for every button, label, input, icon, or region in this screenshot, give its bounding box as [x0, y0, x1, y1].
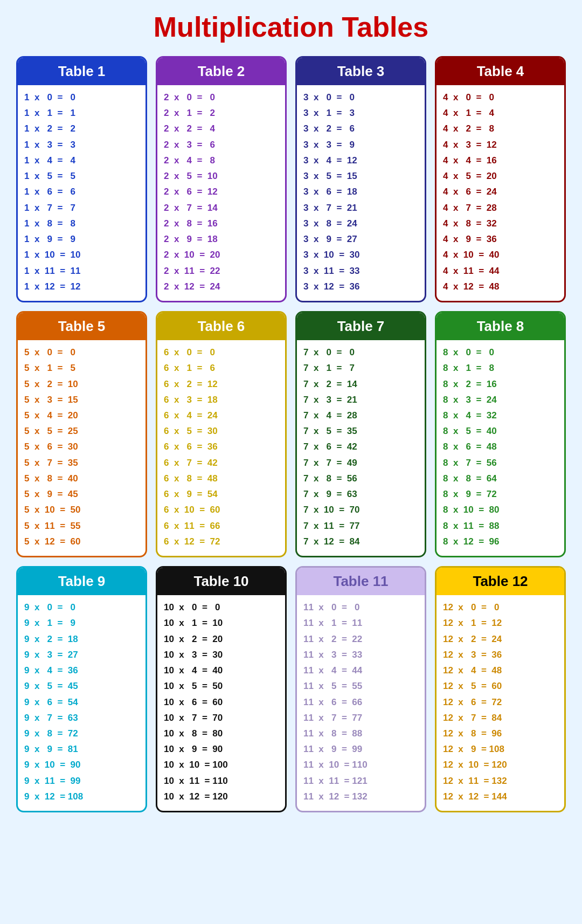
table-row: 6 x 8 = 48	[164, 471, 279, 486]
table-row: 9 x 0 = 0	[24, 599, 139, 615]
table-card-4: Table 44 x 0 = 04 x 1 = 44 x 2 = 84 x 3 …	[435, 56, 566, 302]
table-row: 12 x 3 = 36	[443, 647, 558, 663]
table-row: 2 x 6 = 12	[164, 184, 279, 199]
table-row: 9 x 7 = 63	[24, 710, 139, 726]
table-row: 7 x 10 = 70	[303, 502, 418, 518]
table-row: 3 x 1 = 3	[303, 105, 418, 121]
table-row: 8 x 1 = 8	[443, 360, 558, 376]
table-row: 2 x 7 = 14	[164, 200, 279, 216]
table-row: 12 x 7 = 84	[443, 710, 558, 726]
table-card-1: Table 11 x 0 = 01 x 1 = 11 x 2 = 21 x 3 …	[16, 56, 147, 302]
table-row: 9 x 10 = 90	[24, 757, 139, 773]
table-row: 9 x 1 = 9	[24, 615, 139, 631]
table-row: 1 x 2 = 2	[24, 121, 139, 136]
table-row: 5 x 10 = 50	[24, 502, 139, 518]
table-row: 7 x 7 = 49	[303, 455, 418, 471]
table-row: 1 x 9 = 9	[24, 231, 139, 247]
table-row: 12 x 4 = 48	[443, 663, 558, 678]
table-row: 4 x 0 = 0	[443, 89, 558, 105]
table-row: 1 x 8 = 8	[24, 216, 139, 231]
table-row: 10 x 3 = 30	[164, 647, 279, 663]
table-header-2: Table 2	[157, 58, 285, 85]
table-row: 8 x 9 = 72	[443, 486, 558, 502]
table-card-8: Table 88 x 0 = 08 x 1 = 88 x 2 = 168 x 3…	[435, 311, 566, 557]
table-row: 5 x 6 = 30	[24, 439, 139, 454]
table-header-9: Table 9	[18, 568, 146, 595]
table-row: 10 x 8 = 80	[164, 726, 279, 741]
table-row: 10 x 12 = 120	[164, 789, 279, 804]
table-row: 9 x 12 = 108	[24, 789, 139, 804]
table-row: 10 x 7 = 70	[164, 710, 279, 726]
table-row: 11 x 11 = 121	[303, 773, 418, 789]
table-row: 5 x 9 = 45	[24, 486, 139, 502]
table-row: 10 x 10 = 100	[164, 757, 279, 773]
table-row: 7 x 9 = 63	[303, 486, 418, 502]
table-header-11: Table 11	[297, 568, 425, 595]
table-row: 9 x 4 = 36	[24, 663, 139, 678]
table-row: 10 x 6 = 60	[164, 694, 279, 710]
table-row: 11 x 6 = 66	[303, 694, 418, 710]
table-body-6: 6 x 0 = 06 x 1 = 66 x 2 = 126 x 3 = 186 …	[157, 340, 285, 556]
table-header-1: Table 1	[18, 58, 146, 85]
table-row: 3 x 12 = 36	[303, 279, 418, 294]
table-row: 6 x 11 = 66	[164, 518, 279, 534]
table-row: 8 x 12 = 96	[443, 534, 558, 549]
table-row: 1 x 10 = 10	[24, 247, 139, 263]
table-card-11: Table 1111 x 0 = 011 x 1 = 1111 x 2 = 22…	[295, 566, 426, 812]
table-row: 11 x 7 = 77	[303, 710, 418, 726]
table-row: 4 x 1 = 4	[443, 105, 558, 121]
table-row: 8 x 3 = 24	[443, 392, 558, 408]
table-row: 4 x 9 = 36	[443, 231, 558, 247]
table-row: 2 x 5 = 10	[164, 168, 279, 184]
table-row: 8 x 10 = 80	[443, 502, 558, 518]
table-card-7: Table 77 x 0 = 07 x 1 = 77 x 2 = 147 x 3…	[295, 311, 426, 557]
table-row: 6 x 9 = 54	[164, 486, 279, 502]
table-row: 2 x 1 = 2	[164, 105, 279, 121]
table-body-1: 1 x 0 = 01 x 1 = 11 x 2 = 21 x 3 = 31 x …	[18, 85, 146, 301]
table-row: 6 x 4 = 24	[164, 408, 279, 423]
table-row: 5 x 11 = 55	[24, 518, 139, 534]
table-row: 8 x 8 = 64	[443, 471, 558, 486]
table-row: 3 x 11 = 33	[303, 263, 418, 279]
table-row: 11 x 3 = 33	[303, 647, 418, 663]
table-row: 6 x 2 = 12	[164, 376, 279, 392]
table-row: 8 x 2 = 16	[443, 376, 558, 392]
table-row: 12 x 5 = 60	[443, 678, 558, 694]
table-row: 10 x 5 = 50	[164, 678, 279, 694]
table-row: 3 x 9 = 27	[303, 231, 418, 247]
table-row: 12 x 12 = 144	[443, 789, 558, 804]
table-row: 4 x 10 = 40	[443, 247, 558, 263]
table-row: 7 x 3 = 21	[303, 392, 418, 408]
table-row: 11 x 2 = 22	[303, 631, 418, 647]
table-row: 5 x 3 = 15	[24, 392, 139, 408]
table-row: 4 x 6 = 24	[443, 184, 558, 199]
table-row: 5 x 12 = 60	[24, 534, 139, 549]
table-row: 11 x 8 = 88	[303, 726, 418, 741]
table-row: 1 x 0 = 0	[24, 89, 139, 105]
table-row: 6 x 1 = 6	[164, 360, 279, 376]
table-card-3: Table 33 x 0 = 03 x 1 = 33 x 2 = 63 x 3 …	[295, 56, 426, 302]
table-row: 11 x 1 = 11	[303, 615, 418, 631]
table-row: 7 x 8 = 56	[303, 471, 418, 486]
table-row: 11 x 12 = 132	[303, 789, 418, 804]
table-header-8: Table 8	[436, 313, 564, 340]
table-row: 2 x 9 = 18	[164, 231, 279, 247]
table-row: 2 x 3 = 6	[164, 137, 279, 153]
table-row: 10 x 9 = 90	[164, 741, 279, 757]
table-row: 6 x 12 = 72	[164, 534, 279, 549]
table-body-11: 11 x 0 = 011 x 1 = 1111 x 2 = 2211 x 3 =…	[297, 595, 425, 811]
table-row: 7 x 2 = 14	[303, 376, 418, 392]
table-row: 12 x 0 = 0	[443, 599, 558, 615]
table-body-2: 2 x 0 = 02 x 1 = 22 x 2 = 42 x 3 = 62 x …	[157, 85, 285, 301]
table-row: 7 x 0 = 0	[303, 344, 418, 360]
table-row: 5 x 0 = 0	[24, 344, 139, 360]
table-row: 11 x 0 = 0	[303, 599, 418, 615]
table-row: 9 x 2 = 18	[24, 631, 139, 647]
table-body-10: 10 x 0 = 010 x 1 = 1010 x 2 = 2010 x 3 =…	[157, 595, 285, 811]
table-row: 3 x 6 = 18	[303, 184, 418, 199]
table-body-8: 8 x 0 = 08 x 1 = 88 x 2 = 168 x 3 = 248 …	[436, 340, 564, 556]
table-row: 12 x 6 = 72	[443, 694, 558, 710]
table-row: 4 x 7 = 28	[443, 200, 558, 216]
table-row: 1 x 7 = 7	[24, 200, 139, 216]
table-row: 2 x 12 = 24	[164, 279, 279, 294]
